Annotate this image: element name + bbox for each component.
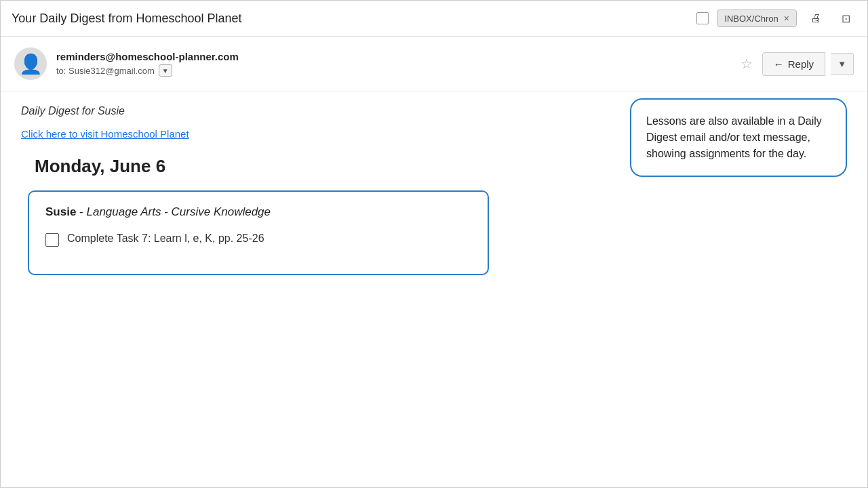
sender-info: reminders@homeschool-planner.com to: Sus… bbox=[56, 51, 727, 77]
tooltip-box: Lessons are also available in a Daily Di… bbox=[630, 98, 847, 177]
student-name: Susie bbox=[45, 205, 76, 218]
reply-button[interactable]: ← Reply bbox=[762, 52, 825, 76]
title-bar: Your Daily Digest from Homeschool Planet… bbox=[1, 1, 867, 37]
expand-button[interactable]: ⊡ bbox=[835, 7, 856, 29]
reply-dropdown-button[interactable]: ▼ bbox=[831, 53, 854, 75]
header-actions: ☆ ← Reply ▼ bbox=[736, 52, 854, 76]
task-row: Complete Task 7: Learn l, e, K, pp. 25-2… bbox=[45, 232, 471, 247]
course-name: Cursive Knowledge bbox=[172, 205, 271, 218]
star-icon: ☆ bbox=[741, 56, 753, 72]
email-header: 👤 reminders@homeschool-planner.com to: S… bbox=[1, 37, 867, 92]
subject-name: Language Arts bbox=[86, 205, 161, 218]
task-label: Complete Task 7: Learn l, e, K, pp. 25-2… bbox=[67, 232, 264, 245]
recipient-toggle-button[interactable]: ▼ bbox=[159, 64, 172, 77]
recipient-text: to: Susie312@gmail.com bbox=[56, 66, 155, 76]
visit-link[interactable]: Click here to visit Homeschool Planet bbox=[21, 128, 189, 140]
expand-icon: ⊡ bbox=[842, 12, 850, 25]
avatar: 👤 bbox=[14, 47, 47, 80]
assignment-card: Susie - Language Arts - Cursive Knowledg… bbox=[28, 190, 489, 275]
reply-arrow-icon: ← bbox=[774, 58, 784, 70]
person-icon: 👤 bbox=[19, 53, 43, 75]
sender-email: reminders@homeschool-planner.com bbox=[56, 51, 727, 62]
star-button[interactable]: ☆ bbox=[736, 54, 757, 74]
assignment-separator: - bbox=[79, 205, 86, 218]
print-button[interactable]: 🖨 bbox=[805, 7, 827, 29]
email-body: Daily Digest for Susie Click here to vis… bbox=[1, 92, 867, 289]
inbox-tab[interactable]: INBOX/Chron × bbox=[717, 9, 797, 27]
chevron-down-icon: ▼ bbox=[837, 59, 846, 69]
reply-label: Reply bbox=[788, 58, 814, 70]
tab-close-button[interactable]: × bbox=[784, 13, 789, 24]
assignment-title: Susie - Language Arts - Cursive Knowledg… bbox=[45, 205, 471, 219]
email-title: Your Daily Digest from Homeschool Planet bbox=[12, 12, 688, 26]
recipient-row: to: Susie312@gmail.com ▼ bbox=[56, 64, 727, 77]
tooltip-text: Lessons are also available in a Daily Di… bbox=[646, 115, 822, 159]
assignment-separator2: - bbox=[164, 205, 171, 218]
task-checkbox[interactable] bbox=[45, 233, 59, 247]
tab-label-text: INBOX/Chron bbox=[724, 14, 778, 24]
title-checkbox[interactable] bbox=[696, 12, 709, 24]
print-icon: 🖨 bbox=[810, 12, 821, 24]
